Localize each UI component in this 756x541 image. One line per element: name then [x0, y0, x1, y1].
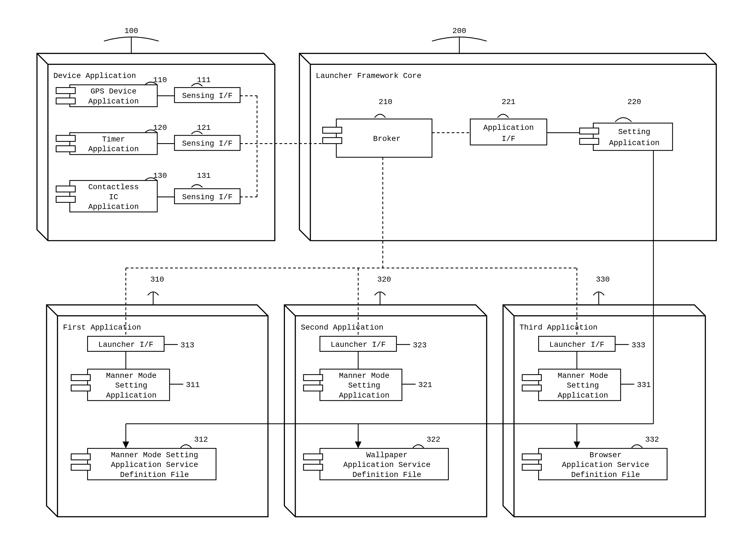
timer-application: Timer Application 120 [56, 124, 167, 155]
definition-file-332: Browser Application Service Definition F… [522, 435, 667, 480]
ref-322: 322 [426, 435, 440, 444]
first-application-title: First Application [63, 323, 141, 332]
ref-220: 220 [627, 98, 641, 106]
ref-221: 221 [502, 98, 516, 106]
svg-rect-68 [71, 454, 90, 460]
svg-rect-60 [71, 374, 90, 381]
launcher-core-title: Launcher Framework Core [316, 72, 421, 80]
svg-text:Sensing I/F: Sensing I/F [182, 92, 232, 100]
svg-text:Definition File: Definition File [571, 470, 640, 479]
ref-311: 311 [186, 381, 200, 389]
ref-131: 131 [197, 172, 211, 180]
svg-text:Wallpaper: Wallpaper [366, 451, 408, 459]
svg-marker-123 [123, 442, 129, 449]
svg-text:Broker: Broker [373, 135, 401, 143]
first-application-block: First Application 310 [47, 275, 268, 517]
svg-text:Definition File: Definition File [352, 470, 421, 479]
application-if: Application I/F 221 [470, 98, 547, 145]
svg-line-52 [47, 305, 57, 316]
ref-323: 323 [413, 341, 427, 349]
svg-text:Application: Application [558, 391, 608, 400]
manner-mode-311: Manner Mode Setting Application 311 [71, 351, 199, 400]
svg-line-94 [503, 305, 514, 316]
svg-text:Application: Application [106, 391, 157, 400]
gps-device-application: GPS Device Application 110 [56, 76, 167, 107]
svg-text:Application: Application [609, 139, 659, 147]
svg-text:Application: Application [88, 203, 139, 211]
definition-file-322: Wallpaper Application Service Definition… [303, 435, 448, 480]
manner-mode-331: Manner Mode Setting Application 331 [522, 351, 650, 400]
contactless-ic-application: Contactless IC Application 130 [56, 172, 167, 212]
svg-text:Application Service: Application Service [111, 460, 198, 469]
svg-text:Application: Application [339, 391, 390, 400]
svg-text:Launcher I/F: Launcher I/F [549, 340, 604, 349]
svg-rect-103 [522, 385, 541, 391]
ref-332: 332 [645, 435, 659, 444]
svg-text:Sensing I/F: Sensing I/F [182, 139, 232, 148]
ref-331: 331 [637, 381, 651, 389]
svg-text:IC: IC [109, 193, 118, 202]
device-application-block: Device Application 100 [37, 27, 275, 241]
ref-333: 333 [631, 341, 645, 349]
svg-text:Sensing I/F: Sensing I/F [182, 193, 232, 202]
svg-rect-21 [56, 186, 75, 192]
launcher-if-323: Launcher I/F 323 [320, 336, 427, 351]
ref-121: 121 [197, 124, 211, 132]
svg-rect-110 [522, 454, 541, 460]
sensing-if-131: Sensing I/F 131 [157, 172, 240, 204]
svg-text:GPS Device: GPS Device [91, 87, 137, 96]
svg-rect-13 [56, 135, 75, 142]
svg-rect-82 [303, 385, 323, 391]
setting-application: Setting Application 220 [579, 98, 672, 151]
svg-text:Manner Mode: Manner Mode [558, 371, 608, 380]
sensing-if-111: Sensing I/F 111 [157, 76, 240, 103]
svg-rect-34 [323, 127, 342, 133]
svg-text:Setting: Setting [115, 381, 147, 390]
svg-text:I/F: I/F [502, 135, 516, 143]
broker-to-apps-links [126, 157, 577, 336]
svg-rect-22 [56, 197, 75, 203]
svg-rect-14 [56, 146, 75, 152]
svg-rect-81 [303, 374, 323, 381]
manner-mode-321: Manner Mode Setting Application 321 [303, 351, 432, 400]
svg-rect-69 [71, 464, 90, 470]
svg-text:Setting: Setting [618, 128, 650, 136]
ref-100: 100 [124, 27, 138, 35]
svg-text:Setting: Setting [348, 381, 380, 390]
svg-text:Manner Mode Setting: Manner Mode Setting [111, 451, 198, 459]
svg-rect-102 [522, 374, 541, 381]
svg-rect-5 [56, 88, 75, 94]
definition-file-312: Manner Mode Setting Application Service … [71, 435, 216, 480]
svg-rect-42 [579, 139, 599, 145]
ref-321: 321 [418, 381, 432, 389]
svg-rect-89 [303, 454, 323, 460]
svg-text:Launcher I/F: Launcher I/F [331, 340, 386, 349]
svg-text:Definition File: Definition File [120, 470, 189, 479]
svg-rect-35 [323, 138, 342, 144]
third-application-title: Third Application [519, 323, 597, 332]
svg-rect-41 [579, 128, 599, 134]
svg-text:Contactless: Contactless [88, 183, 139, 192]
svg-text:Application: Application [483, 124, 534, 132]
svg-text:Manner Mode: Manner Mode [106, 371, 157, 380]
launcher-if-333: Launcher I/F 333 [539, 336, 645, 351]
svg-text:Browser: Browser [589, 451, 622, 459]
ref-200: 200 [453, 27, 466, 35]
sensing-if-121: Sensing I/F 121 [157, 124, 240, 150]
svg-marker-125 [355, 442, 361, 449]
architecture-diagram: Device Application 100 GPS Device Applic… [6, 6, 750, 539]
ref-312: 312 [194, 435, 208, 444]
ref-313: 313 [181, 341, 194, 349]
svg-marker-127 [573, 442, 580, 449]
svg-rect-6 [56, 98, 75, 104]
ref-310: 310 [151, 275, 164, 284]
svg-text:Application: Application [88, 97, 139, 106]
second-application-title: Second Application [301, 323, 383, 332]
svg-text:Timer: Timer [102, 135, 125, 144]
ref-320: 320 [377, 275, 391, 284]
svg-rect-90 [303, 464, 323, 470]
svg-text:Application Service: Application Service [343, 460, 430, 469]
device-application-title: Device Application [53, 72, 136, 80]
svg-rect-61 [71, 385, 90, 391]
svg-line-0 [37, 53, 48, 64]
